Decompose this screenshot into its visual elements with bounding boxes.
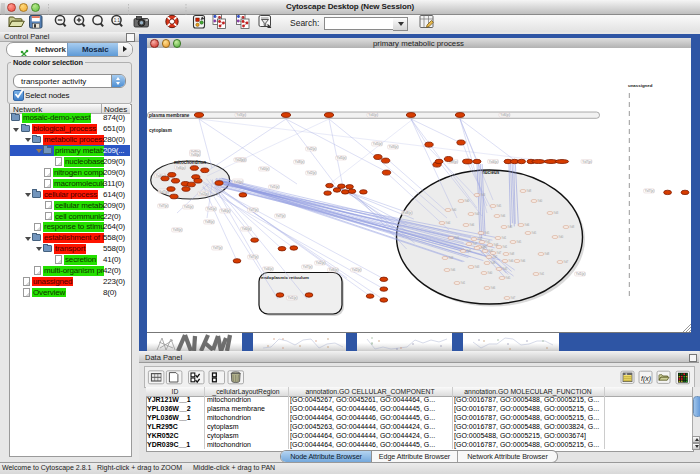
svg-text:Yxl0(p): Yxl0(p) [233, 180, 243, 184]
svg-text:Yd5: Yd5 [502, 267, 507, 271]
svg-text:Yxl2(p): Yxl2(p) [199, 192, 209, 196]
svg-text:Yd6: Yd6 [524, 223, 529, 227]
svg-text:Yxl2(p): Yxl2(p) [306, 147, 316, 151]
svg-text:Yd0: Yd0 [464, 199, 469, 203]
svg-text:Yd6: Yd6 [508, 259, 513, 263]
svg-text:Yxl7(p): Yxl7(p) [158, 204, 168, 208]
svg-text:Yd0: Yd0 [537, 199, 542, 203]
svg-text:Yxl1(p): Yxl1(p) [269, 185, 279, 189]
svg-text:Yd7: Yd7 [510, 296, 515, 300]
svg-text:Yd2: Yd2 [492, 255, 497, 259]
svg-text:Yxl7(p): Yxl7(p) [644, 189, 654, 193]
svg-text:Yxl2(p): Yxl2(p) [315, 261, 325, 265]
svg-text:Yxl7(p): Yxl7(p) [275, 214, 285, 218]
svg-text:Yd6: Yd6 [520, 259, 525, 263]
svg-text:Yd7: Yd7 [472, 242, 477, 246]
svg-text:Yxl1(p): Yxl1(p) [575, 272, 585, 276]
svg-text:Yxl5(p): Yxl5(p) [183, 205, 193, 209]
svg-text:Yd5: Yd5 [466, 249, 471, 253]
svg-text:Yd1: Yd1 [460, 281, 465, 285]
svg-text:Yd8: Yd8 [544, 252, 549, 256]
svg-text:Yxl3(p): Yxl3(p) [236, 113, 246, 117]
svg-text:Yd0: Yd0 [558, 235, 563, 239]
svg-text:Yd8: Yd8 [569, 225, 574, 229]
svg-text:1:1: 1:1 [114, 18, 121, 23]
svg-text:Yxl7(p): Yxl7(p) [248, 255, 258, 259]
svg-text:Yd1: Yd1 [454, 236, 459, 240]
svg-text:Yd5: Yd5 [531, 231, 536, 235]
svg-text:Yxl0(p): Yxl0(p) [368, 113, 378, 117]
svg-text:Yxl6(p): Yxl6(p) [328, 268, 338, 272]
svg-text:Yxl2(p): Yxl2(p) [306, 171, 316, 175]
svg-text:Yd0: Yd0 [487, 271, 492, 275]
svg-text:Yxl8(p): Yxl8(p) [294, 160, 304, 164]
svg-text:Yd6: Yd6 [490, 286, 495, 290]
svg-text:Yd6: Yd6 [450, 268, 455, 272]
svg-text:Yd6: Yd6 [500, 214, 505, 218]
svg-text:Yd1: Yd1 [501, 236, 506, 240]
svg-text:Yxl3(p): Yxl3(p) [172, 228, 182, 232]
svg-text:Yxl6(p): Yxl6(p) [175, 166, 185, 170]
svg-text:Yxl8(p): Yxl8(p) [204, 220, 214, 224]
svg-text:Yxl1(p): Yxl1(p) [206, 207, 216, 211]
svg-text:Yd8: Yd8 [526, 189, 531, 193]
svg-text:nucleus: nucleus [482, 170, 500, 175]
svg-text:Yd8: Yd8 [490, 261, 495, 265]
svg-text:Yxl7(p): Yxl7(p) [582, 160, 592, 164]
svg-text:Yd8: Yd8 [509, 252, 514, 256]
svg-text:Yxl5(p): Yxl5(p) [336, 156, 346, 160]
svg-text:Yd1: Yd1 [539, 272, 544, 276]
svg-text:unassigned: unassigned [628, 83, 653, 88]
svg-text:Yd3: Yd3 [474, 265, 479, 269]
svg-text:Yxl7(p): Yxl7(p) [212, 246, 222, 250]
svg-text:Yd6: Yd6 [469, 223, 474, 227]
svg-text:Yxl4(p): Yxl4(p) [263, 267, 273, 271]
svg-text:Yxl4(p): Yxl4(p) [488, 160, 498, 164]
svg-text:Yxl3(p): Yxl3(p) [190, 153, 200, 157]
svg-text:Yxl2(p): Yxl2(p) [235, 158, 245, 162]
svg-text:Yxl8(p): Yxl8(p) [402, 211, 412, 215]
svg-text:Yd7: Yd7 [496, 251, 501, 255]
svg-text:Yd3: Yd3 [553, 211, 558, 215]
svg-text:Yd0: Yd0 [451, 208, 456, 212]
svg-text:Yxl5(p): Yxl5(p) [372, 142, 382, 146]
svg-text:Yd8: Yd8 [507, 225, 512, 229]
svg-text:Yd5: Yd5 [516, 240, 521, 244]
svg-text:Yxl7(p): Yxl7(p) [248, 208, 258, 212]
svg-text:Yd3: Yd3 [448, 256, 453, 260]
svg-text:plasma membrane: plasma membrane [149, 113, 190, 118]
svg-text:Yd5: Yd5 [496, 204, 501, 208]
svg-text:Yd4: Yd4 [445, 221, 450, 225]
svg-text:Yd7: Yd7 [563, 260, 568, 264]
svg-text:mitochondrion: mitochondrion [174, 160, 206, 165]
svg-text:Yxl0(p): Yxl0(p) [241, 227, 251, 231]
svg-text:Yd5: Yd5 [484, 231, 489, 235]
svg-text:Yxl0(p): Yxl0(p) [259, 167, 269, 171]
svg-text:Yd5: Yd5 [505, 276, 510, 280]
svg-text:endoplasmic reticulum: endoplasmic reticulum [261, 275, 309, 280]
svg-text:Yxl1(p): Yxl1(p) [287, 296, 297, 300]
svg-text:Yxl6(p): Yxl6(p) [220, 209, 230, 213]
svg-text:Yxl6(p): Yxl6(p) [500, 113, 510, 117]
svg-text:Yxl7(p): Yxl7(p) [302, 265, 312, 269]
svg-text:Yd4: Yd4 [474, 212, 479, 216]
svg-text:Yd3: Yd3 [480, 193, 485, 197]
svg-text:Yd1: Yd1 [502, 245, 507, 249]
svg-text:cytoplasm: cytoplasm [149, 128, 172, 133]
svg-text:Yxl3(p): Yxl3(p) [388, 145, 398, 149]
svg-text:Yxl2(p): Yxl2(p) [351, 268, 361, 272]
svg-text:f(x): f(x) [641, 374, 651, 382]
